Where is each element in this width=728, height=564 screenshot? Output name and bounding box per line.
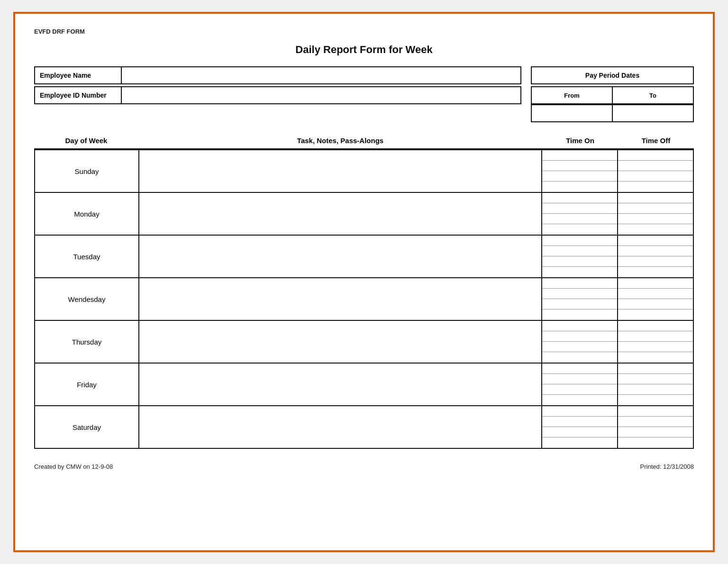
time-subrow[interactable]	[542, 384, 617, 395]
time-subrow[interactable]	[618, 437, 693, 448]
tasks-cell-tuesday[interactable]	[139, 235, 542, 278]
col-tasks-header: Task, Notes, Pass-Alongs	[138, 136, 542, 145]
time-subrow[interactable]	[542, 289, 617, 299]
tasks-cell-friday[interactable]	[139, 363, 542, 406]
time-subrow[interactable]	[618, 342, 693, 352]
timeon-cell-sunday	[542, 150, 618, 192]
time-subrow[interactable]	[618, 352, 693, 363]
col-timeoff-header: Time Off	[618, 136, 694, 145]
field-group-left: Employee Name Employee ID Number	[34, 66, 521, 122]
time-subrow[interactable]	[618, 150, 693, 161]
time-subrow[interactable]	[618, 278, 693, 289]
tasks-cell-thursday[interactable]	[139, 320, 542, 363]
time-subrow[interactable]	[618, 427, 693, 437]
time-subrow[interactable]	[542, 214, 617, 224]
time-subrow[interactable]	[542, 182, 617, 192]
page-container: EVFD DRF FORM Daily Report Form for Week…	[13, 12, 715, 552]
day-cell-sunday: Sunday	[35, 150, 139, 192]
time-subrow[interactable]	[542, 427, 617, 437]
tasks-cell-wendesday[interactable]	[139, 278, 542, 320]
time-subrow[interactable]	[618, 395, 693, 405]
tasks-cell-monday[interactable]	[139, 192, 542, 235]
time-subrow[interactable]	[542, 321, 617, 331]
form-title: Daily Report Form for Week	[34, 44, 694, 56]
day-cell-friday: Friday	[35, 363, 139, 406]
pay-from-input[interactable]	[531, 104, 613, 122]
time-subrow[interactable]	[542, 267, 617, 277]
time-subrow[interactable]	[542, 352, 617, 363]
table-row: Wendesday	[35, 278, 693, 320]
time-subrow[interactable]	[618, 182, 693, 192]
day-cell-thursday: Thursday	[35, 320, 139, 363]
column-headers: Day of Week Task, Notes, Pass-Alongs Tim…	[34, 136, 694, 149]
pay-period-group: Pay Period Dates From To	[531, 66, 694, 122]
timeon-cell-saturday	[542, 406, 618, 448]
time-subrow[interactable]	[618, 203, 693, 214]
time-subrow[interactable]	[542, 246, 617, 256]
table-row: Sunday	[35, 150, 693, 192]
time-subrow[interactable]	[542, 417, 617, 427]
col-timeon-header: Time On	[542, 136, 618, 145]
tasks-cell-saturday[interactable]	[139, 406, 542, 448]
time-subrow[interactable]	[542, 406, 617, 417]
time-subrow[interactable]	[618, 331, 693, 342]
time-subrow[interactable]	[618, 236, 693, 246]
timeoff-cell-thursday	[618, 320, 693, 363]
pay-period-label: Pay Period Dates	[531, 66, 694, 84]
time-subrow[interactable]	[542, 364, 617, 374]
table-row: Friday	[35, 363, 693, 406]
time-subrow[interactable]	[542, 395, 617, 405]
tasks-cell-sunday[interactable]	[139, 150, 542, 192]
time-subrow[interactable]	[542, 161, 617, 171]
pay-from-label: From	[531, 86, 613, 104]
time-subrow[interactable]	[618, 193, 693, 203]
time-subrow[interactable]	[618, 299, 693, 309]
time-subrow[interactable]	[618, 224, 693, 235]
table-row: Tuesday	[35, 235, 693, 278]
day-cell-saturday: Saturday	[35, 406, 139, 448]
timeon-cell-monday	[542, 192, 618, 235]
time-subrow[interactable]	[542, 203, 617, 214]
time-subrow[interactable]	[618, 406, 693, 417]
employee-id-label: Employee ID Number	[34, 86, 122, 104]
time-subrow[interactable]	[618, 321, 693, 331]
time-subrow[interactable]	[618, 289, 693, 299]
time-subrow[interactable]	[542, 193, 617, 203]
pay-period-inputs	[531, 104, 694, 122]
time-subrow[interactable]	[542, 256, 617, 267]
day-cell-wendesday: Wendesday	[35, 278, 139, 320]
time-subrow[interactable]	[618, 246, 693, 256]
pay-to-input[interactable]	[613, 104, 694, 122]
time-subrow[interactable]	[618, 309, 693, 320]
time-subrow[interactable]	[542, 437, 617, 448]
time-subrow[interactable]	[542, 309, 617, 320]
time-subrow[interactable]	[618, 171, 693, 182]
time-subrow[interactable]	[542, 224, 617, 235]
time-subrow[interactable]	[618, 417, 693, 427]
time-subrow[interactable]	[542, 171, 617, 182]
employee-id-input[interactable]	[122, 86, 521, 104]
time-subrow[interactable]	[618, 214, 693, 224]
time-subrow[interactable]	[618, 364, 693, 374]
time-subrow[interactable]	[542, 331, 617, 342]
time-subrow[interactable]	[542, 236, 617, 246]
time-subrow[interactable]	[618, 256, 693, 267]
employee-name-input[interactable]	[122, 66, 521, 84]
time-subrow[interactable]	[618, 384, 693, 395]
time-subrow[interactable]	[618, 267, 693, 277]
time-subrow[interactable]	[542, 278, 617, 289]
time-subrow[interactable]	[618, 374, 693, 384]
main-table: SundayMondayTuesdayWendesdayThursdayFrid…	[34, 149, 694, 449]
time-subrow[interactable]	[542, 342, 617, 352]
time-subrow[interactable]	[542, 150, 617, 161]
time-subrow[interactable]	[542, 374, 617, 384]
timeon-cell-tuesday	[542, 235, 618, 278]
top-fields: Employee Name Employee ID Number Pay Per…	[34, 66, 694, 122]
time-subrow[interactable]	[618, 161, 693, 171]
table-row: Thursday	[35, 320, 693, 363]
timeoff-cell-sunday	[618, 150, 693, 192]
timeoff-cell-saturday	[618, 406, 693, 448]
time-subrow[interactable]	[542, 299, 617, 309]
footer: Created by CMW on 12-9-08 Printed: 12/31…	[34, 463, 694, 470]
employee-id-row: Employee ID Number	[34, 86, 521, 104]
